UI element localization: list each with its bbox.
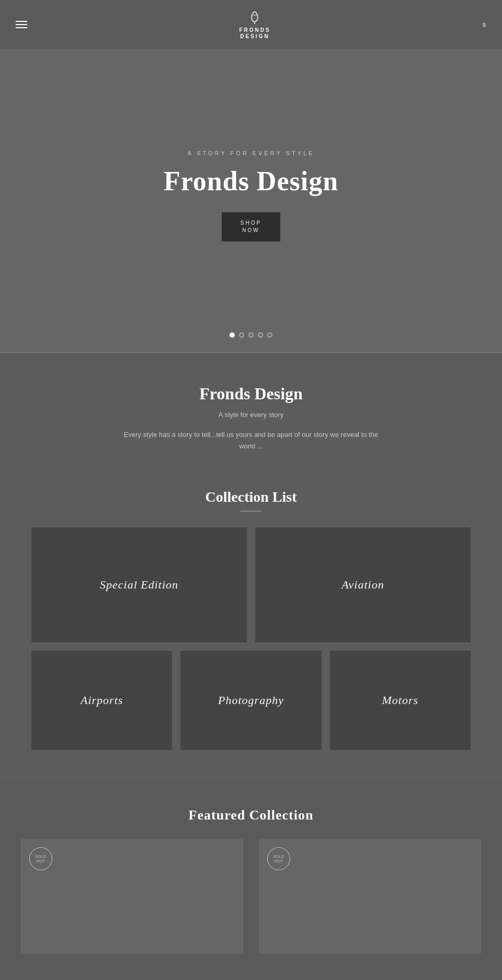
carousel-dots (230, 332, 272, 338)
about-description: Every style has a story to tell...tell u… (115, 429, 387, 452)
sold-out-badge-1: SOLDOUT (29, 847, 52, 870)
featured-grid: SOLDOUT SOLDOUT (21, 839, 481, 954)
featured-section-title: Featured Collection (21, 808, 481, 823)
carousel-dot-1[interactable] (230, 332, 235, 338)
hero-section: A STORY FOR EVERY STYLE Fronds Design SH… (0, 49, 502, 352)
collection-section: Collection List Special Edition Aviation… (0, 478, 502, 781)
collection-grid-top: Special Edition Aviation (31, 527, 471, 642)
collection-label-special-edition: Special Edition (100, 578, 178, 592)
featured-card-1[interactable]: SOLDOUT (21, 839, 243, 954)
site-logo[interactable]: FRONDS DESIGN (239, 9, 270, 40)
collection-underline (241, 511, 261, 512)
about-tagline: A style for every story (21, 411, 481, 419)
menu-icon[interactable] (16, 21, 27, 28)
carousel-dot-5[interactable] (267, 332, 272, 338)
shop-now-button[interactable]: SHOP NOW (222, 212, 280, 241)
sold-out-badge-2: SOLDOUT (267, 847, 290, 870)
navbar: FRONDS DESIGN s (0, 0, 502, 49)
about-section: Fronds Design A style for every story Ev… (0, 353, 502, 478)
about-title: Fronds Design (21, 384, 481, 403)
carousel-dot-2[interactable] (239, 332, 244, 338)
cart-button[interactable]: s (483, 21, 486, 28)
collection-label-motors: Motors (382, 694, 419, 707)
featured-section: Featured Collection SOLDOUT SOLDOUT (0, 781, 502, 970)
collection-grid-bottom: Airports Photography Motors (31, 651, 471, 750)
collection-card-aviation[interactable]: Aviation (255, 527, 471, 642)
carousel-dot-3[interactable] (248, 332, 254, 338)
collection-card-motors[interactable]: Motors (330, 651, 471, 750)
collection-section-title: Collection List (31, 489, 471, 505)
hero-title: Fronds Design (164, 166, 338, 197)
hero-subtitle: A STORY FOR EVERY STYLE (187, 150, 314, 156)
featured-card-2[interactable]: SOLDOUT (259, 839, 481, 954)
collection-label-photography: Photography (218, 694, 284, 707)
logo-text: FRONDS DESIGN (239, 27, 270, 40)
collection-card-photography[interactable]: Photography (180, 651, 321, 750)
collection-card-airports[interactable]: Airports (31, 651, 172, 750)
collection-label-airports: Airports (81, 694, 123, 707)
sold-out-text-1: SOLDOUT (35, 854, 46, 863)
logo-icon (247, 9, 262, 26)
collection-label-aviation: Aviation (341, 578, 384, 592)
carousel-dot-4[interactable] (258, 332, 263, 338)
collection-card-special-edition[interactable]: Special Edition (31, 527, 247, 642)
sold-out-text-2: SOLDOUT (273, 854, 284, 863)
